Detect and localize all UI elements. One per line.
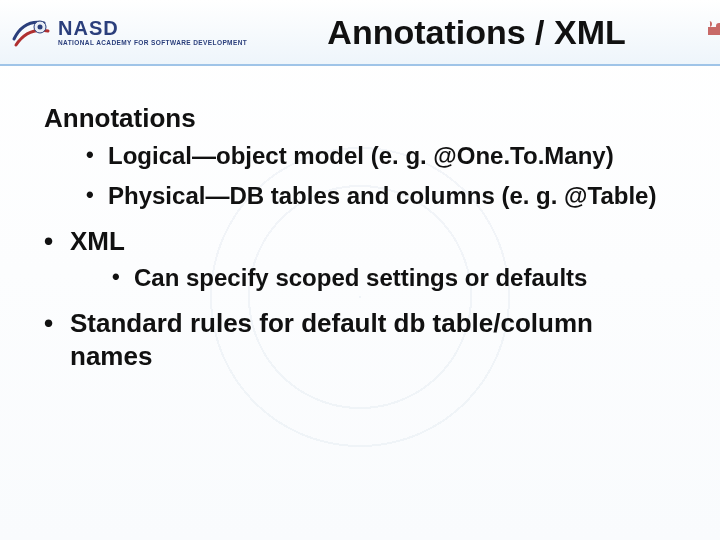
list-item-text: Annotations	[44, 103, 196, 133]
bullet-list: Annotations Logical—object model (e. g. …	[44, 102, 676, 372]
content: Annotations Logical—object model (e. g. …	[0, 66, 720, 372]
logo: NASD NATIONAL ACADEMY FOR SOFTWARE DEVEL…	[10, 11, 247, 53]
sub-bullet-list: Can specify scoped settings or defaults	[70, 263, 676, 293]
list-item: XML Can specify scoped settings or defau…	[44, 225, 676, 294]
list-item-text: Can specify scoped settings or defaults	[134, 264, 587, 291]
list-item-text: Physical—DB tables and columns (e. g. @T…	[108, 182, 656, 209]
logo-sub-text: NATIONAL ACADEMY FOR SOFTWARE DEVELOPMEN…	[58, 40, 247, 47]
logo-swoosh-icon	[10, 11, 52, 53]
svg-point-1	[38, 25, 43, 30]
list-item: Can specify scoped settings or defaults	[112, 263, 676, 293]
list-item: Annotations Logical—object model (e. g. …	[44, 102, 676, 211]
slide-title: Annotations / XML	[327, 13, 639, 52]
logo-main-text: NASD	[58, 18, 247, 38]
list-item-text: XML	[70, 226, 125, 256]
sub-bullet-list: Logical—object model (e. g. @One.To.Many…	[44, 141, 676, 211]
slide: NASD NATIONAL ACADEMY FOR SOFTWARE DEVEL…	[0, 0, 720, 540]
logo-text: NASD NATIONAL ACADEMY FOR SOFTWARE DEVEL…	[58, 18, 247, 47]
list-item: Standard rules for default db table/colu…	[44, 307, 676, 372]
header: NASD NATIONAL ACADEMY FOR SOFTWARE DEVEL…	[0, 0, 720, 66]
list-item: Physical—DB tables and columns (e. g. @T…	[86, 181, 676, 211]
list-item-text: Standard rules for default db table/colu…	[70, 308, 593, 371]
list-item: Logical—object model (e. g. @One.To.Many…	[86, 141, 676, 171]
puzzle-icon	[698, 15, 720, 41]
list-item-text: Logical—object model (e. g. @One.To.Many…	[108, 142, 614, 169]
title-wrap: Annotations / XML	[247, 13, 720, 52]
